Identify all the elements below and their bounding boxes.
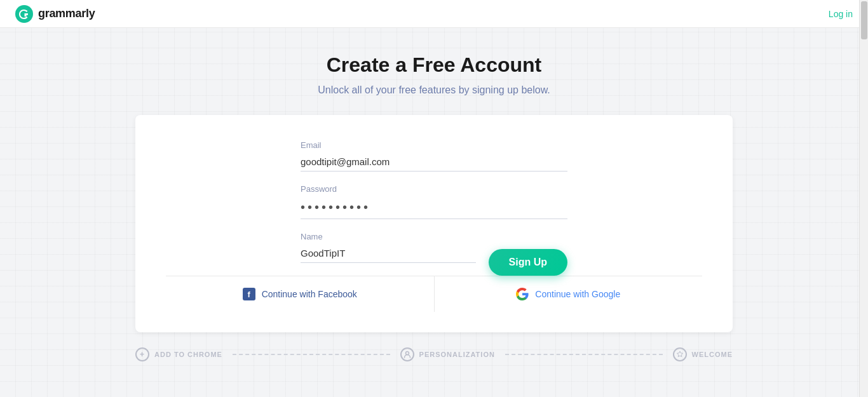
password-input[interactable] (301, 196, 567, 219)
step-add-to-chrome: + ADD TO CHROME (135, 347, 222, 361)
name-label: Name (301, 232, 476, 241)
personalization-label: PERSONALIZATION (419, 351, 495, 358)
login-link[interactable]: Log in (829, 9, 853, 19)
add-to-chrome-icon: + (135, 347, 149, 361)
social-section: f Continue with Facebook Continue with G… (166, 276, 702, 312)
name-signup-row: Name Sign Up (301, 232, 567, 276)
name-input[interactable] (301, 244, 476, 263)
page-title: Create a Free Account (327, 53, 541, 77)
signup-card: Email Password Name Sign Up (135, 115, 733, 332)
google-icon (516, 288, 529, 300)
google-button-label: Continue with Google (535, 289, 620, 299)
facebook-icon: f (243, 288, 255, 300)
personalization-icon (400, 347, 414, 361)
email-label: Email (301, 140, 567, 150)
step-divider-2 (505, 354, 663, 355)
facebook-button-label: Continue with Facebook (262, 289, 357, 299)
page-subtitle: Unlock all of your free features by sign… (318, 84, 550, 96)
add-to-chrome-label: ADD TO CHROME (154, 351, 222, 358)
scrollbar-thumb[interactable] (861, 1, 867, 39)
signup-button[interactable]: Sign Up (489, 249, 567, 276)
logo-area: grammarly (15, 5, 95, 23)
email-input[interactable] (301, 152, 567, 172)
step-divider-1 (233, 354, 390, 355)
grammarly-logo-icon (15, 5, 33, 23)
welcome-icon (673, 347, 687, 361)
steps-bar: + ADD TO CHROME PERSONALIZATION WELCOME (135, 337, 733, 372)
password-label: Password (301, 184, 567, 194)
continue-with-google-button[interactable]: Continue with Google (434, 276, 703, 312)
scrollbar-track[interactable] (859, 0, 868, 397)
continue-with-facebook-button[interactable]: f Continue with Facebook (166, 276, 434, 312)
email-field-group: Email Password (301, 140, 567, 232)
logo-text: grammarly (38, 7, 95, 20)
svg-point-0 (15, 5, 33, 23)
main-content: Create a Free Account Unlock all of your… (0, 28, 868, 372)
step-personalization: PERSONALIZATION (400, 347, 495, 361)
name-field-group: Name (301, 232, 476, 263)
form-section: Email Password Name Sign Up (166, 140, 702, 276)
step-welcome: WELCOME (673, 347, 733, 361)
header: grammarly Log in (0, 0, 868, 28)
welcome-label: WELCOME (692, 351, 733, 358)
